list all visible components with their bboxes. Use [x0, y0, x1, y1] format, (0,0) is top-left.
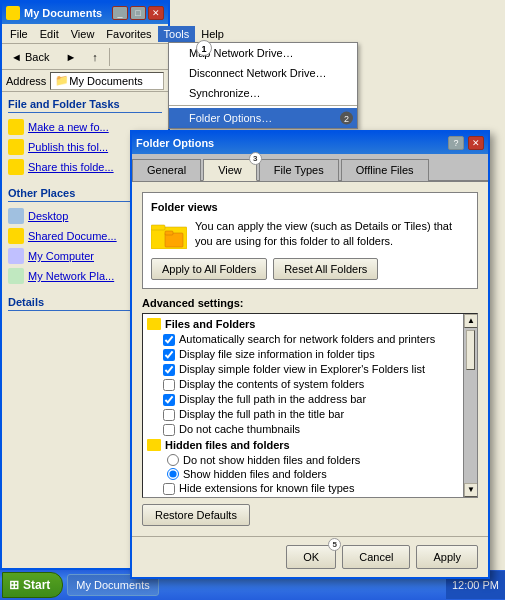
svg-rect-1 [151, 225, 165, 230]
toolbar-separator [109, 48, 110, 66]
close-button[interactable]: ✕ [148, 6, 164, 20]
setting-hide-extensions-checkbox[interactable] [163, 483, 175, 495]
setting-no-cache-checkbox[interactable] [163, 424, 175, 436]
setting-full-path-title-label: Display the full path in the title bar [179, 408, 344, 420]
scroll-down-button[interactable]: ▼ [464, 483, 478, 497]
network-places-icon [8, 268, 24, 284]
dialog-body: Folder views You can apply the view (suc… [132, 182, 488, 536]
setting-dont-show-hidden-radio[interactable] [167, 454, 179, 466]
tab-general[interactable]: General [132, 159, 201, 181]
menu-file[interactable]: File [4, 26, 34, 42]
folder-views-buttons: Apply to All Folders Reset All Folders [151, 258, 469, 280]
menu-synchronize[interactable]: Synchronize… [169, 83, 357, 103]
advanced-settings-label: Advanced settings: [142, 297, 478, 309]
tab-view[interactable]: View 3 [203, 159, 257, 181]
tab-offline-files[interactable]: Offline Files [341, 159, 429, 181]
menubar: File Edit View Favorites Tools Help [2, 24, 168, 44]
menu-view[interactable]: View [65, 26, 101, 42]
setting-show-hidden-radio[interactable] [167, 468, 179, 480]
svg-rect-3 [165, 231, 173, 235]
setting-show-hidden[interactable]: Show hidden files and folders [143, 467, 477, 481]
tab-file-types[interactable]: File Types [259, 159, 339, 181]
setting-full-path-address[interactable]: Display the full path in the address bar [143, 392, 477, 407]
setting-show-hidden-label: Show hidden files and folders [183, 468, 327, 480]
setting-filesize-checkbox[interactable] [163, 349, 175, 361]
setting-no-cache-thumbnails[interactable]: Do not cache thumbnails [143, 422, 477, 437]
folder-views-description: You can apply the view (such as Details … [195, 219, 469, 250]
ok-button[interactable]: OK 5 [286, 545, 336, 569]
dialog-titlebar: Folder Options ? ✕ [132, 132, 488, 154]
setting-dont-show-hidden-label: Do not show hidden files and folders [183, 454, 360, 466]
up-button[interactable]: ↑ [85, 46, 105, 68]
start-label: Start [23, 578, 50, 592]
scroll-thumb[interactable] [466, 330, 475, 370]
setting-simple-folder-label: Display simple folder view in Explorer's… [179, 363, 425, 375]
scroll-track [464, 372, 477, 483]
dialog-footer: OK 5 Cancel Apply [132, 536, 488, 577]
menu-help[interactable]: Help [195, 26, 230, 42]
setting-auto-search-label: Automatically search for network folders… [179, 333, 435, 345]
desktop-icon [8, 208, 24, 224]
settings-listbox[interactable]: Files and Folders Automatically search f… [142, 313, 478, 498]
setting-simple-folder-checkbox[interactable] [163, 364, 175, 376]
setting-simple-folder-view[interactable]: Display simple folder view in Explorer's… [143, 362, 477, 377]
maximize-button[interactable]: □ [130, 6, 146, 20]
setting-filesize-label: Display file size information in folder … [179, 348, 375, 360]
hidden-files-label: Hidden files and folders [165, 439, 290, 451]
publish-icon [8, 139, 24, 155]
menu-disconnect-network[interactable]: Disconnect Network Drive… [169, 63, 357, 83]
address-value: 📁 My Documents [50, 72, 164, 90]
start-icon: ⊞ [9, 578, 19, 592]
setting-auto-search-checkbox[interactable] [163, 334, 175, 346]
folder-options-dialog: Folder Options ? ✕ General View 3 File T… [130, 130, 490, 579]
setting-dont-show-hidden[interactable]: Do not show hidden files and folders [143, 453, 477, 467]
apply-button[interactable]: Apply [416, 545, 478, 569]
start-button[interactable]: ⊞ Start [2, 572, 63, 598]
minimize-button[interactable]: _ [112, 6, 128, 20]
window-titlebar: My Documents _ □ ✕ [2, 2, 168, 24]
settings-files-folders-header: Files and Folders [143, 316, 477, 332]
menu-folder-options[interactable]: Folder Options… 2 [169, 108, 357, 128]
window-controls: _ □ ✕ [112, 6, 164, 20]
restore-defaults-button[interactable]: Restore Defaults [142, 504, 250, 526]
settings-list: Files and Folders Automatically search f… [143, 314, 477, 498]
setting-system-folders[interactable]: Display the contents of system folders [143, 377, 477, 392]
restore-defaults-row: Restore Defaults [142, 504, 478, 526]
setting-auto-search[interactable]: Automatically search for network folders… [143, 332, 477, 347]
menu-favorites[interactable]: Favorites [100, 26, 157, 42]
dialog-title: Folder Options [136, 137, 444, 149]
menu-tools[interactable]: Tools [158, 26, 196, 42]
reset-all-folders-button[interactable]: Reset All Folders [273, 258, 378, 280]
setting-no-cache-label: Do not cache thumbnails [179, 423, 300, 435]
setting-full-path-address-checkbox[interactable] [163, 394, 175, 406]
folder-icon [151, 219, 187, 249]
cancel-button[interactable]: Cancel [342, 545, 410, 569]
settings-scrollbar[interactable]: ▲ ▼ [463, 314, 477, 497]
setting-system-folders-checkbox[interactable] [163, 379, 175, 391]
menu-separator [169, 105, 357, 106]
setting-full-path-title[interactable]: Display the full path in the title bar [143, 407, 477, 422]
folder-views-content: You can apply the view (such as Details … [151, 219, 469, 250]
dialog-tabs: General View 3 File Types Offline Files [132, 154, 488, 182]
make-folder-icon [8, 119, 24, 135]
folder-views-title: Folder views [151, 201, 469, 213]
tools-number-badge: 1 [196, 40, 212, 56]
menu-edit[interactable]: Edit [34, 26, 65, 42]
setting-full-path-address-label: Display the full path in the address bar [179, 393, 366, 405]
dialog-close-button[interactable]: ✕ [468, 136, 484, 150]
toolbar: ◄ Back ► ↑ [2, 44, 168, 70]
setting-full-path-title-checkbox[interactable] [163, 409, 175, 421]
window-title: My Documents [24, 7, 108, 19]
forward-button[interactable]: ► [58, 46, 83, 68]
share-icon [8, 159, 24, 175]
hidden-files-icon [147, 439, 161, 451]
back-button[interactable]: ◄ Back [4, 46, 56, 68]
files-folders-label: Files and Folders [165, 318, 255, 330]
scroll-up-button[interactable]: ▲ [464, 314, 478, 328]
ok-number: 5 [328, 538, 341, 551]
settings-hidden-header: Hidden files and folders [143, 437, 477, 453]
apply-to-all-folders-button[interactable]: Apply to All Folders [151, 258, 267, 280]
setting-hide-extensions[interactable]: Hide extensions for known file types [143, 481, 477, 496]
setting-filesize-info[interactable]: Display file size information in folder … [143, 347, 477, 362]
dialog-help-button[interactable]: ? [448, 136, 464, 150]
